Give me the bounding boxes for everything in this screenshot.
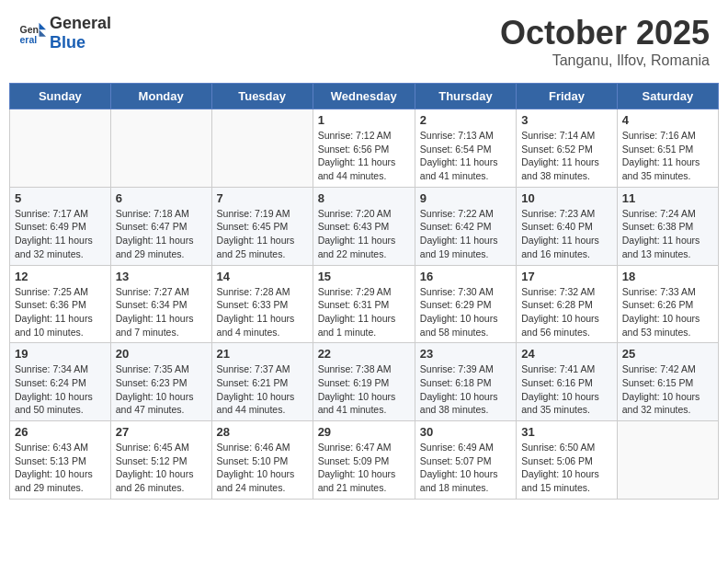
day-number: 10 <box>521 191 612 205</box>
day-info: Sunrise: 7:23 AM Sunset: 6:40 PM Dayligh… <box>521 207 612 261</box>
day-number: 17 <box>521 270 612 283</box>
day-number: 15 <box>318 270 410 283</box>
day-info: Sunrise: 7:14 AM Sunset: 6:52 PM Dayligh… <box>521 129 612 183</box>
day-info: Sunrise: 7:38 AM Sunset: 6:19 PM Dayligh… <box>318 362 410 417</box>
col-wednesday: Wednesday <box>313 84 415 109</box>
table-row: 24Sunrise: 7:41 AM Sunset: 6:16 PM Dayli… <box>517 343 618 421</box>
day-info: Sunrise: 7:20 AM Sunset: 6:43 PM Dayligh… <box>318 207 410 261</box>
table-row: 23Sunrise: 7:39 AM Sunset: 6:18 PM Dayli… <box>415 343 516 421</box>
table-row: 26Sunrise: 6:43 AM Sunset: 5:13 PM Dayli… <box>10 421 111 500</box>
day-number: 1 <box>318 113 410 127</box>
table-row: 25Sunrise: 7:42 AM Sunset: 6:15 PM Dayli… <box>617 343 718 421</box>
day-info: Sunrise: 7:33 AM Sunset: 6:26 PM Dayligh… <box>622 285 713 339</box>
day-number: 4 <box>622 113 713 127</box>
day-number: 12 <box>15 270 106 283</box>
day-number: 20 <box>116 347 207 361</box>
day-number: 18 <box>622 270 713 283</box>
calendar-week-row: 12Sunrise: 7:25 AM Sunset: 6:36 PM Dayli… <box>10 265 719 343</box>
day-number: 13 <box>116 270 207 283</box>
day-info: Sunrise: 7:13 AM Sunset: 6:54 PM Dayligh… <box>420 129 511 183</box>
svg-marker-3 <box>40 29 47 37</box>
calendar-week-row: 19Sunrise: 7:34 AM Sunset: 6:24 PM Dayli… <box>10 343 719 421</box>
col-monday: Monday <box>110 84 211 109</box>
table-row: 20Sunrise: 7:35 AM Sunset: 6:23 PM Dayli… <box>110 343 211 421</box>
table-row: 19Sunrise: 7:34 AM Sunset: 6:24 PM Dayli… <box>10 343 111 421</box>
table-row: 21Sunrise: 7:37 AM Sunset: 6:21 PM Dayli… <box>211 343 313 421</box>
day-number: 29 <box>318 425 410 439</box>
table-row: 6Sunrise: 7:18 AM Sunset: 6:47 PM Daylig… <box>110 187 211 265</box>
day-number: 8 <box>318 191 410 205</box>
day-number: 30 <box>420 425 511 439</box>
day-info: Sunrise: 7:34 AM Sunset: 6:24 PM Dayligh… <box>15 362 106 417</box>
day-number: 9 <box>420 191 511 205</box>
day-number: 2 <box>420 113 511 127</box>
table-row: 22Sunrise: 7:38 AM Sunset: 6:19 PM Dayli… <box>313 343 415 421</box>
col-thursday: Thursday <box>415 84 516 109</box>
logo-icon: Gen eral <box>18 19 46 47</box>
day-info: Sunrise: 7:37 AM Sunset: 6:21 PM Dayligh… <box>217 362 308 417</box>
table-row: 28Sunrise: 6:46 AM Sunset: 5:10 PM Dayli… <box>211 421 313 500</box>
day-info: Sunrise: 7:39 AM Sunset: 6:18 PM Dayligh… <box>420 362 511 417</box>
day-info: Sunrise: 7:17 AM Sunset: 6:49 PM Dayligh… <box>15 207 106 261</box>
day-number: 19 <box>15 347 106 361</box>
table-row <box>617 421 718 500</box>
day-info: Sunrise: 7:35 AM Sunset: 6:23 PM Dayligh… <box>116 362 207 417</box>
col-tuesday: Tuesday <box>211 84 313 109</box>
day-info: Sunrise: 7:16 AM Sunset: 6:51 PM Dayligh… <box>622 129 713 183</box>
day-number: 27 <box>116 425 207 439</box>
day-number: 26 <box>15 425 106 439</box>
col-saturday: Saturday <box>617 84 718 109</box>
day-number: 16 <box>420 270 511 283</box>
day-number: 14 <box>217 270 308 283</box>
col-friday: Friday <box>517 84 618 109</box>
table-row: 31Sunrise: 6:50 AM Sunset: 5:06 PM Dayli… <box>517 421 618 500</box>
table-row: 10Sunrise: 7:23 AM Sunset: 6:40 PM Dayli… <box>517 187 618 265</box>
day-info: Sunrise: 7:24 AM Sunset: 6:38 PM Dayligh… <box>622 207 713 261</box>
day-info: Sunrise: 6:50 AM Sunset: 5:06 PM Dayligh… <box>521 441 612 495</box>
table-row: 11Sunrise: 7:24 AM Sunset: 6:38 PM Dayli… <box>617 187 718 265</box>
title-block: October 2025 Tanganu, Ilfov, Romania <box>500 14 710 69</box>
calendar-table: Sunday Monday Tuesday Wednesday Thursday… <box>9 83 719 500</box>
day-number: 22 <box>318 347 410 361</box>
day-number: 5 <box>15 191 106 205</box>
day-info: Sunrise: 7:25 AM Sunset: 6:36 PM Dayligh… <box>15 285 106 339</box>
day-info: Sunrise: 7:30 AM Sunset: 6:29 PM Dayligh… <box>420 285 511 339</box>
table-row: 16Sunrise: 7:30 AM Sunset: 6:29 PM Dayli… <box>415 265 516 343</box>
logo: Gen eral General Blue <box>18 14 111 52</box>
day-info: Sunrise: 7:27 AM Sunset: 6:34 PM Dayligh… <box>116 285 207 339</box>
table-row: 15Sunrise: 7:29 AM Sunset: 6:31 PM Dayli… <box>313 265 415 343</box>
day-info: Sunrise: 7:32 AM Sunset: 6:28 PM Dayligh… <box>521 285 612 339</box>
day-info: Sunrise: 7:41 AM Sunset: 6:16 PM Dayligh… <box>521 362 612 417</box>
table-row: 30Sunrise: 6:49 AM Sunset: 5:07 PM Dayli… <box>415 421 516 500</box>
page-header: Gen eral General Blue October 2025 Tanga… <box>9 9 719 74</box>
location-title: Tanganu, Ilfov, Romania <box>500 52 710 69</box>
calendar-week-row: 5Sunrise: 7:17 AM Sunset: 6:49 PM Daylig… <box>10 187 719 265</box>
day-number: 24 <box>521 347 612 361</box>
day-info: Sunrise: 7:18 AM Sunset: 6:47 PM Dayligh… <box>116 207 207 261</box>
day-number: 21 <box>217 347 308 361</box>
logo-text: General Blue <box>50 14 111 52</box>
table-row <box>211 109 313 188</box>
day-number: 3 <box>521 113 612 127</box>
table-row <box>110 109 211 188</box>
day-number: 25 <box>622 347 713 361</box>
day-info: Sunrise: 7:12 AM Sunset: 6:56 PM Dayligh… <box>318 129 410 183</box>
table-row: 18Sunrise: 7:33 AM Sunset: 6:26 PM Dayli… <box>617 265 718 343</box>
table-row: 17Sunrise: 7:32 AM Sunset: 6:28 PM Dayli… <box>517 265 618 343</box>
table-row: 13Sunrise: 7:27 AM Sunset: 6:34 PM Dayli… <box>110 265 211 343</box>
day-info: Sunrise: 7:28 AM Sunset: 6:33 PM Dayligh… <box>217 285 308 339</box>
table-row: 27Sunrise: 6:45 AM Sunset: 5:12 PM Dayli… <box>110 421 211 500</box>
table-row: 2Sunrise: 7:13 AM Sunset: 6:54 PM Daylig… <box>415 109 516 188</box>
day-info: Sunrise: 6:47 AM Sunset: 5:09 PM Dayligh… <box>318 441 410 495</box>
day-info: Sunrise: 6:46 AM Sunset: 5:10 PM Dayligh… <box>217 441 308 495</box>
table-row: 12Sunrise: 7:25 AM Sunset: 6:36 PM Dayli… <box>10 265 111 343</box>
day-info: Sunrise: 6:49 AM Sunset: 5:07 PM Dayligh… <box>420 441 511 495</box>
day-info: Sunrise: 6:45 AM Sunset: 5:12 PM Dayligh… <box>116 441 207 495</box>
table-row: 3Sunrise: 7:14 AM Sunset: 6:52 PM Daylig… <box>517 109 618 188</box>
day-number: 6 <box>116 191 207 205</box>
day-info: Sunrise: 7:19 AM Sunset: 6:45 PM Dayligh… <box>217 207 308 261</box>
day-info: Sunrise: 7:22 AM Sunset: 6:42 PM Dayligh… <box>420 207 511 261</box>
day-number: 31 <box>521 425 612 439</box>
calendar-header-row: Sunday Monday Tuesday Wednesday Thursday… <box>10 84 719 109</box>
table-row <box>10 109 111 188</box>
